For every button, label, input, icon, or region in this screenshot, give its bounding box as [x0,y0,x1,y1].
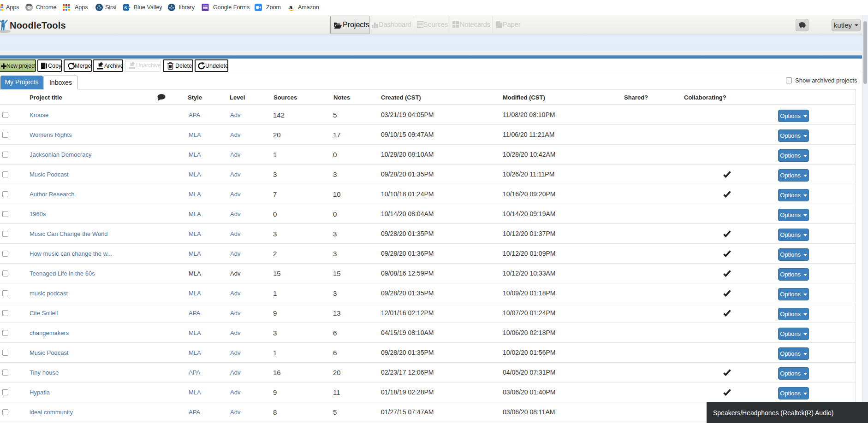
svg-text:S: S [124,5,127,10]
svg-text:a: a [289,4,293,11]
